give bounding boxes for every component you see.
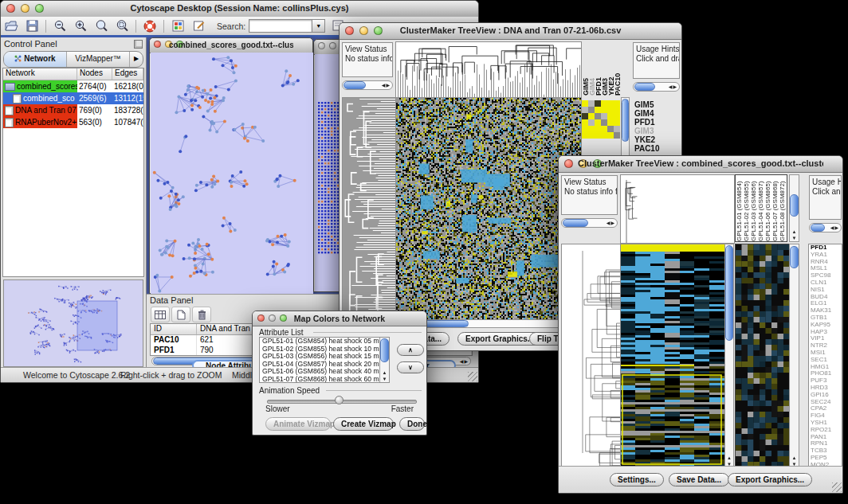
save-icon[interactable] xyxy=(23,18,41,33)
array-column-label[interactable]: GPL51-01 (GSM854) xyxy=(736,175,743,241)
tab-overflow-icon[interactable]: ▶ xyxy=(130,52,143,67)
treeview1-titlebar[interactable]: ClusterMaker TreeView : DNA and Tran 07-… xyxy=(340,23,681,40)
array-column-label[interactable]: GPL51-02 (GSM855) xyxy=(743,175,750,241)
zoom-in-icon[interactable] xyxy=(72,18,89,33)
new-attribute-icon[interactable] xyxy=(171,307,190,322)
zoom-out-icon[interactable] xyxy=(51,18,69,33)
matrix-column-labels: GIM5GIM4PFD1GIM3YKE2PAC10 xyxy=(582,41,620,96)
network-list-row[interactable]: RNAPuberNov2+!563(0)107847(0) xyxy=(3,116,143,128)
search-dropdown-icon[interactable]: ▼ xyxy=(312,19,325,33)
done-button[interactable]: Done xyxy=(399,417,425,431)
matrix-cell xyxy=(601,132,607,139)
view-status-hscrollbar[interactable]: ◀▶ xyxy=(342,80,393,90)
network-name: DNA and Tran 07 xyxy=(15,104,77,116)
close-button[interactable] xyxy=(6,4,15,13)
attribute-listbox[interactable]: GPL51-01 (GSM854) heat shock 05 minGPL51… xyxy=(259,337,390,383)
save-data-button[interactable]: Save Data... xyxy=(669,473,729,486)
treeview2-titlebar[interactable]: ClusterMaker TreeView : combined_scores_… xyxy=(559,156,842,173)
matrix-row-label[interactable]: YKE2 xyxy=(633,135,680,144)
search-input[interactable] xyxy=(249,19,312,33)
view-status-box: View StatusNo status info f xyxy=(342,42,393,77)
close-button[interactable] xyxy=(345,26,354,35)
tab-network[interactable]: Network xyxy=(4,52,67,67)
detail-vscrollbar[interactable]: ▲▼ xyxy=(789,244,799,468)
treeview2-window: ClusterMaker TreeView : combined_scores_… xyxy=(558,155,843,494)
matrix-cell xyxy=(588,100,595,107)
close-button[interactable] xyxy=(318,42,325,49)
settings-button[interactable]: Settings... xyxy=(610,473,664,486)
float-panel-icon[interactable] xyxy=(134,40,143,49)
column-dendrogram[interactable] xyxy=(395,41,582,99)
array-column-label[interactable]: GPL51-04 (GSM857) xyxy=(757,175,764,241)
zoom-fit-icon[interactable] xyxy=(92,18,110,33)
similarity-matrix[interactable] xyxy=(582,100,620,139)
network-name: RNAPuberNov2+! xyxy=(15,116,77,128)
heatmap[interactable] xyxy=(620,244,725,470)
scroll-arrows-icon[interactable]: ◀▶ xyxy=(460,358,469,364)
move-down-button[interactable]: ∨ xyxy=(397,361,424,373)
matrix-column-label: GIM3 xyxy=(601,41,607,96)
create-vizmap-button[interactable]: Create Vizmap xyxy=(333,417,394,431)
row-dendrogram[interactable] xyxy=(561,244,621,470)
minimize-button[interactable] xyxy=(329,42,336,49)
vizmapper-icon[interactable] xyxy=(169,18,186,33)
column-labels[interactable]: GPL51-01 (GSM854)GPL51-02 (GSM855)GPL51-… xyxy=(735,174,787,242)
matrix-cell xyxy=(588,107,595,113)
array-column-label[interactable]: GPL51-08 (GSM872) xyxy=(779,175,786,241)
array-column-label[interactable]: GPL51-03 (GSM856) xyxy=(750,175,757,241)
close-button[interactable] xyxy=(564,159,573,168)
matrix-row-label[interactable]: PFD1 xyxy=(633,118,680,127)
network-window-titlebar[interactable]: combined_scores_good.txt--cluste... xyxy=(150,38,312,53)
view-status-hscrollbar[interactable]: ◀▶ xyxy=(561,218,618,228)
toolbar-separator xyxy=(163,20,164,33)
table-mode-icon[interactable] xyxy=(151,307,170,322)
matrix-cell xyxy=(607,100,614,107)
matrix-row-label[interactable]: PAC10 xyxy=(633,144,680,153)
dialog-titlebar[interactable]: Map Colors to Network xyxy=(253,311,426,326)
usage-hints-hscrollbar[interactable]: ◀▶ xyxy=(809,223,842,232)
matrix-row-label[interactable]: GIM5 xyxy=(633,100,680,109)
attribute-list-label: Attribute List xyxy=(259,328,304,337)
matrix-row-label[interactable]: GIM3 xyxy=(633,127,680,135)
network-list-row[interactable]: combined_sco2569(6)13112(15) xyxy=(3,92,143,104)
gene-labels[interactable]: PFD1YRA1RNR4MSL1SPC98CLN1NIS1BUD4ELG1MAK… xyxy=(808,244,842,468)
network-canvas[interactable] xyxy=(151,53,313,294)
heatmap[interactable] xyxy=(395,97,582,320)
birdseye-view[interactable] xyxy=(3,279,143,367)
matrix-row-labels[interactable]: GIM5GIM4PFD1GIM3YKE2PAC10 xyxy=(633,100,680,156)
heatmap-vscrollbar[interactable]: ▲▼ xyxy=(724,244,734,468)
zoom-selected-icon[interactable] xyxy=(113,18,131,33)
network-list-row[interactable]: DNA and Tran 07769(0)183728(0) xyxy=(3,104,143,116)
resize-grip[interactable] xyxy=(468,372,477,381)
speed-slider-thumb[interactable] xyxy=(335,396,344,404)
animate-vizmap-button[interactable]: Animate Vizmap xyxy=(265,417,331,431)
move-up-button[interactable]: ∧ xyxy=(397,344,424,356)
array-column-label[interactable]: GPL51-07 (GSM868) xyxy=(771,175,779,241)
column-dendrogram[interactable] xyxy=(620,174,735,244)
list-vscrollbar[interactable]: ▲▼ xyxy=(379,338,389,382)
network-list-row[interactable]: combined_scores_2764(0)16218(0) xyxy=(3,80,143,92)
array-column-label[interactable]: GPL51-06 (GSM865) xyxy=(764,175,771,241)
annotation-icon[interactable] xyxy=(190,18,207,33)
attribute-item[interactable]: GPL51-07 (GSM868) heat shock 60 min xyxy=(260,376,389,383)
delete-attribute-icon[interactable] xyxy=(192,307,211,322)
usage-hints-hscrollbar[interactable]: ◀▶ xyxy=(633,82,680,92)
open-file-icon[interactable] xyxy=(2,18,20,33)
cytoscape-titlebar[interactable]: Cytoscape Desktop (Session Name: collins… xyxy=(1,1,478,18)
tab-vizmapper[interactable]: VizMapper™ xyxy=(67,52,130,67)
column-labels-vscrollbar[interactable]: ▲▼ xyxy=(789,174,799,242)
close-button[interactable] xyxy=(257,315,265,322)
matrix-cell xyxy=(588,119,595,126)
row-dendrogram[interactable] xyxy=(342,97,397,320)
dialog-title: Map Colors to Network xyxy=(272,314,407,323)
detail-heatmap[interactable] xyxy=(735,244,790,470)
export-graphics-button[interactable]: Export Graphics... xyxy=(728,473,812,486)
network-list-header[interactable]: Network Nodes Edges xyxy=(3,68,143,80)
close-button[interactable] xyxy=(154,41,161,48)
network-icon xyxy=(14,55,22,62)
matrix-row-label[interactable]: GIM4 xyxy=(633,109,680,118)
matrix-cell xyxy=(601,126,607,132)
edge-count: 13112(15) xyxy=(112,92,143,104)
help-lifering-icon[interactable] xyxy=(141,18,159,33)
resize-grip[interactable] xyxy=(832,483,842,492)
